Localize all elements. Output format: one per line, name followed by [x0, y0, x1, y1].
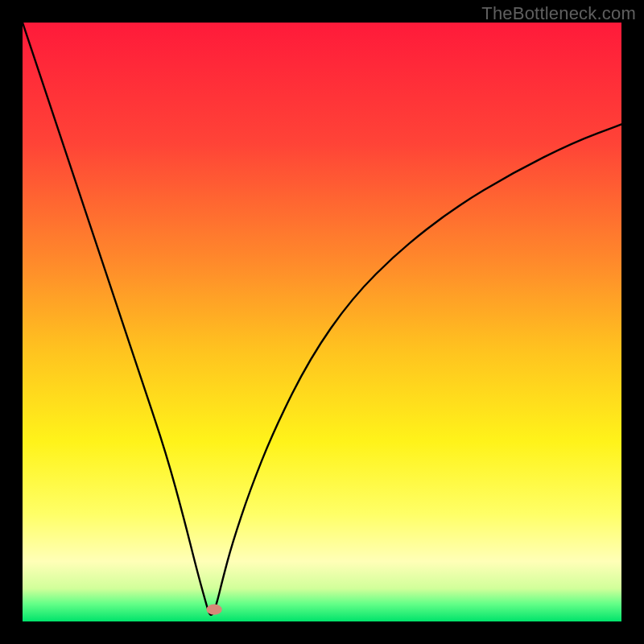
optimal-point-marker	[206, 604, 221, 614]
bottleneck-chart	[23, 23, 621, 621]
gradient-background	[23, 23, 621, 621]
plot-area	[23, 23, 621, 621]
watermark-text: TheBottleneck.com	[481, 3, 636, 24]
chart-container: TheBottleneck.com	[0, 0, 644, 644]
